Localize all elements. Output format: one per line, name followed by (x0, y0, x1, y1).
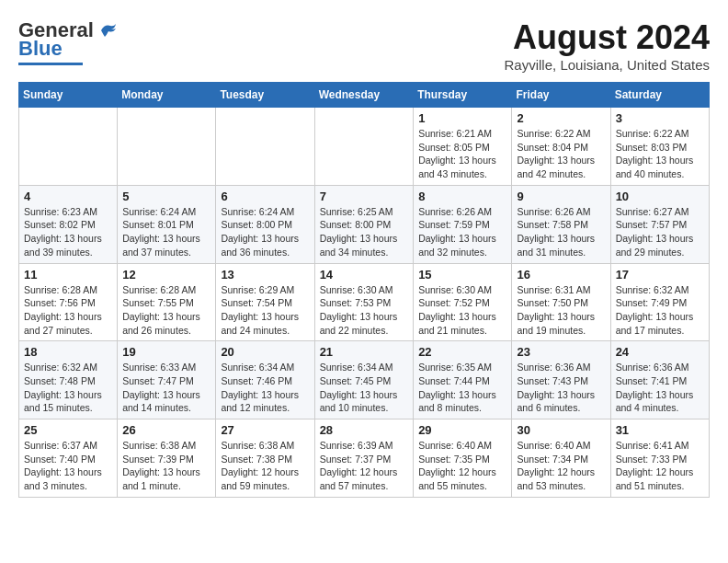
day-number: 5 (122, 190, 210, 203)
calendar-table: SundayMondayTuesdayWednesdayThursdayFrid… (18, 82, 710, 498)
day-info: Sunrise: 6:41 AMSunset: 7:33 PMDaylight:… (616, 439, 704, 493)
day-info: Sunrise: 6:36 AMSunset: 7:41 PMDaylight:… (616, 361, 704, 415)
day-number: 2 (517, 111, 605, 125)
day-number: 15 (418, 268, 506, 282)
day-info: Sunrise: 6:24 AMSunset: 8:00 PMDaylight:… (221, 205, 309, 259)
weekday-header-tuesday: Tuesday (216, 83, 314, 108)
day-info: Sunrise: 6:37 AMSunset: 7:40 PMDaylight:… (24, 439, 112, 493)
day-info: Sunrise: 6:28 AMSunset: 7:55 PMDaylight:… (122, 283, 210, 338)
day-info: Sunrise: 6:36 AMSunset: 7:43 PMDaylight:… (517, 361, 605, 415)
weekday-header-sunday: Sunday (19, 83, 118, 108)
day-info: Sunrise: 6:38 AMSunset: 7:39 PMDaylight:… (122, 439, 210, 493)
day-cell: 20Sunrise: 6:34 AMSunset: 7:46 PMDayligh… (216, 341, 314, 419)
day-cell: 5Sunrise: 6:24 AMSunset: 8:01 PMDaylight… (118, 185, 216, 263)
logo: General Blue (18, 18, 118, 65)
day-info: Sunrise: 6:40 AMSunset: 7:34 PMDaylight:… (517, 439, 605, 493)
day-number: 26 (122, 423, 210, 437)
day-number: 22 (418, 345, 506, 359)
day-info: Sunrise: 6:30 AMSunset: 7:53 PMDaylight:… (320, 283, 409, 338)
day-info: Sunrise: 6:29 AMSunset: 7:54 PMDaylight:… (221, 283, 309, 338)
day-number: 10 (616, 190, 704, 203)
day-number: 9 (517, 190, 605, 203)
week-row-1: 1Sunrise: 6:21 AMSunset: 8:05 PMDaylight… (19, 108, 710, 186)
day-cell: 4Sunrise: 6:23 AMSunset: 8:02 PMDaylight… (19, 185, 118, 263)
day-number: 17 (616, 268, 704, 282)
day-number: 20 (221, 345, 309, 359)
day-number: 4 (24, 190, 112, 203)
day-info: Sunrise: 6:35 AMSunset: 7:44 PMDaylight:… (418, 361, 506, 415)
day-info: Sunrise: 6:39 AMSunset: 7:37 PMDaylight:… (320, 439, 409, 493)
day-info: Sunrise: 6:26 AMSunset: 7:58 PMDaylight:… (517, 205, 605, 259)
day-cell: 6Sunrise: 6:24 AMSunset: 8:00 PMDaylight… (216, 185, 314, 263)
weekday-header-monday: Monday (118, 83, 216, 108)
day-info: Sunrise: 6:33 AMSunset: 7:47 PMDaylight:… (122, 361, 210, 415)
day-cell: 29Sunrise: 6:40 AMSunset: 7:35 PMDayligh… (414, 419, 512, 498)
day-cell: 2Sunrise: 6:22 AMSunset: 8:04 PMDaylight… (512, 108, 610, 186)
day-info: Sunrise: 6:30 AMSunset: 7:52 PMDaylight:… (418, 283, 506, 338)
day-cell (19, 108, 118, 186)
day-cell: 12Sunrise: 6:28 AMSunset: 7:55 PMDayligh… (118, 263, 216, 341)
day-info: Sunrise: 6:27 AMSunset: 7:57 PMDaylight:… (616, 205, 704, 259)
day-number: 27 (221, 423, 309, 437)
weekday-header-wednesday: Wednesday (314, 83, 414, 108)
day-cell (118, 108, 216, 186)
day-number: 3 (616, 111, 704, 125)
day-cell: 30Sunrise: 6:40 AMSunset: 7:34 PMDayligh… (512, 419, 610, 498)
day-number: 25 (24, 423, 112, 437)
day-cell (314, 108, 414, 186)
day-number: 1 (418, 111, 506, 125)
title-block: August 2024 Rayville, Louisiana, United … (505, 18, 710, 73)
logo-underline (18, 63, 83, 65)
week-row-2: 4Sunrise: 6:23 AMSunset: 8:02 PMDaylight… (19, 185, 710, 263)
day-number: 29 (418, 423, 506, 437)
day-info: Sunrise: 6:23 AMSunset: 8:02 PMDaylight:… (24, 205, 112, 259)
day-number: 13 (221, 268, 309, 282)
week-row-3: 11Sunrise: 6:28 AMSunset: 7:56 PMDayligh… (19, 263, 710, 341)
day-cell: 8Sunrise: 6:26 AMSunset: 7:59 PMDaylight… (414, 185, 512, 263)
day-number: 23 (517, 345, 605, 359)
day-info: Sunrise: 6:22 AMSunset: 8:04 PMDaylight:… (517, 127, 605, 181)
day-number: 19 (122, 345, 210, 359)
day-number: 6 (221, 190, 309, 203)
day-cell: 25Sunrise: 6:37 AMSunset: 7:40 PMDayligh… (19, 419, 118, 498)
day-cell: 31Sunrise: 6:41 AMSunset: 7:33 PMDayligh… (610, 419, 709, 498)
day-info: Sunrise: 6:26 AMSunset: 7:59 PMDaylight:… (418, 205, 506, 259)
day-cell: 26Sunrise: 6:38 AMSunset: 7:39 PMDayligh… (118, 419, 216, 498)
day-cell: 19Sunrise: 6:33 AMSunset: 7:47 PMDayligh… (118, 341, 216, 419)
day-info: Sunrise: 6:32 AMSunset: 7:49 PMDaylight:… (616, 283, 704, 338)
day-info: Sunrise: 6:21 AMSunset: 8:05 PMDaylight:… (418, 127, 506, 181)
day-number: 7 (320, 190, 409, 203)
day-cell: 23Sunrise: 6:36 AMSunset: 7:43 PMDayligh… (512, 341, 610, 419)
day-cell: 15Sunrise: 6:30 AMSunset: 7:52 PMDayligh… (414, 263, 512, 341)
day-cell: 28Sunrise: 6:39 AMSunset: 7:37 PMDayligh… (314, 419, 414, 498)
day-info: Sunrise: 6:34 AMSunset: 7:46 PMDaylight:… (221, 361, 309, 415)
day-number: 12 (122, 268, 210, 282)
day-cell: 17Sunrise: 6:32 AMSunset: 7:49 PMDayligh… (610, 263, 709, 341)
day-info: Sunrise: 6:38 AMSunset: 7:38 PMDaylight:… (221, 439, 309, 493)
day-number: 8 (418, 190, 506, 203)
day-info: Sunrise: 6:22 AMSunset: 8:03 PMDaylight:… (616, 127, 704, 181)
day-number: 30 (517, 423, 605, 437)
weekday-header-row: SundayMondayTuesdayWednesdayThursdayFrid… (19, 83, 710, 108)
weekday-header-thursday: Thursday (414, 83, 512, 108)
day-number: 16 (517, 268, 605, 282)
day-cell: 21Sunrise: 6:34 AMSunset: 7:45 PMDayligh… (314, 341, 414, 419)
day-info: Sunrise: 6:40 AMSunset: 7:35 PMDaylight:… (418, 439, 506, 493)
day-cell: 7Sunrise: 6:25 AMSunset: 8:00 PMDaylight… (314, 185, 414, 263)
day-cell: 14Sunrise: 6:30 AMSunset: 7:53 PMDayligh… (314, 263, 414, 341)
day-number: 24 (616, 345, 704, 359)
weekday-header-saturday: Saturday (610, 83, 709, 108)
day-info: Sunrise: 6:24 AMSunset: 8:01 PMDaylight:… (122, 205, 210, 259)
day-cell: 18Sunrise: 6:32 AMSunset: 7:48 PMDayligh… (19, 341, 118, 419)
day-number: 11 (24, 268, 112, 282)
day-cell: 1Sunrise: 6:21 AMSunset: 8:05 PMDaylight… (414, 108, 512, 186)
day-cell (216, 108, 314, 186)
day-info: Sunrise: 6:34 AMSunset: 7:45 PMDaylight:… (320, 361, 409, 415)
day-info: Sunrise: 6:28 AMSunset: 7:56 PMDaylight:… (24, 283, 112, 338)
day-cell: 16Sunrise: 6:31 AMSunset: 7:50 PMDayligh… (512, 263, 610, 341)
page-header: General Blue August 2024 Rayville, Louis… (18, 18, 710, 73)
day-number: 18 (24, 345, 112, 359)
day-cell: 24Sunrise: 6:36 AMSunset: 7:41 PMDayligh… (610, 341, 709, 419)
logo-blue-text: Blue (18, 37, 63, 61)
day-cell: 13Sunrise: 6:29 AMSunset: 7:54 PMDayligh… (216, 263, 314, 341)
